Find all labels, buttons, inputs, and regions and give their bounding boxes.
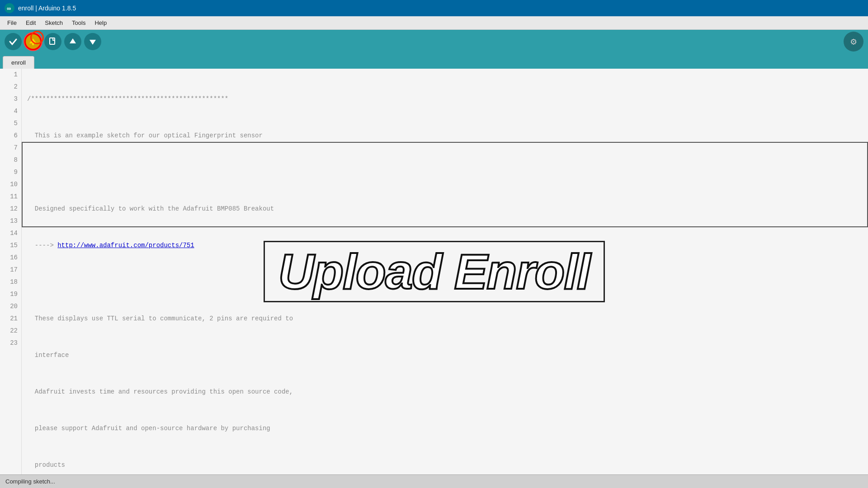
new-button[interactable] bbox=[44, 33, 61, 50]
save-button[interactable] bbox=[84, 33, 101, 50]
window-title: enroll | Arduino 1.8.5 bbox=[18, 5, 76, 12]
editor: 1 2 3 4 5 6 7 8 9 10 11 12 13 14 15 16 1… bbox=[0, 69, 868, 474]
code-line-10: please support Adafruit and open-source … bbox=[27, 422, 863, 435]
code-line-6 bbox=[27, 276, 863, 288]
line-11: 11 bbox=[0, 191, 18, 203]
code-line-1: /***************************************… bbox=[27, 93, 863, 105]
code-line-9: Adafruit invests time and resources prov… bbox=[27, 386, 863, 398]
line-18: 18 bbox=[0, 276, 18, 288]
open-button[interactable] bbox=[64, 33, 81, 50]
line-1: 1 bbox=[0, 69, 18, 81]
line-4: 4 bbox=[0, 105, 18, 117]
verify-button[interactable] bbox=[5, 33, 22, 50]
status-text: Compiling sketch... bbox=[5, 478, 55, 485]
upload-button[interactable] bbox=[24, 33, 42, 50]
code-line-2: This is an example sketch for our optica… bbox=[27, 130, 863, 142]
title-bar: ∞ enroll | Arduino 1.8.5 bbox=[0, 0, 868, 16]
toolbar: ⚙ bbox=[0, 30, 868, 53]
code-line-11: products bbox=[27, 459, 863, 471]
menu-tools[interactable]: Tools bbox=[67, 18, 90, 28]
code-line-4: Designed specifically to work with the A… bbox=[27, 203, 863, 215]
line-2: 2 bbox=[0, 81, 18, 93]
code-line-8: interface bbox=[27, 349, 863, 361]
line-3: 3 bbox=[0, 93, 18, 105]
code-line-5: ----> http://www.adafruit.com/products/7… bbox=[27, 239, 863, 252]
svg-rect-4 bbox=[50, 38, 55, 44]
line-16: 16 bbox=[0, 252, 18, 264]
menu-sketch[interactable]: Sketch bbox=[40, 18, 67, 28]
svg-marker-5 bbox=[70, 38, 76, 43]
status-bar: Compiling sketch... bbox=[0, 474, 868, 488]
line-17: 17 bbox=[0, 264, 18, 276]
line-20: 20 bbox=[0, 300, 18, 313]
code-area[interactable]: /***************************************… bbox=[22, 69, 868, 474]
menu-help[interactable]: Help bbox=[90, 18, 111, 28]
tab-bar: enroll bbox=[0, 53, 868, 69]
code-line-3 bbox=[27, 166, 863, 178]
gear-icon-1: ⚙ bbox=[844, 32, 863, 52]
line-23: 23 bbox=[0, 337, 18, 349]
line-9: 9 bbox=[0, 166, 18, 178]
line-12: 12 bbox=[0, 203, 18, 215]
tab-enroll[interactable]: enroll bbox=[3, 56, 34, 69]
svg-marker-6 bbox=[90, 40, 96, 45]
line-21: 21 bbox=[0, 313, 18, 325]
svg-marker-2 bbox=[29, 38, 37, 43]
menu-file[interactable]: File bbox=[3, 18, 21, 28]
line-8: 8 bbox=[0, 154, 18, 166]
line-15: 15 bbox=[0, 239, 18, 252]
line-5: 5 bbox=[0, 117, 18, 130]
svg-text:∞: ∞ bbox=[7, 5, 11, 12]
svg-rect-3 bbox=[32, 43, 34, 45]
line-numbers: 1 2 3 4 5 6 7 8 9 10 11 12 13 14 15 16 1… bbox=[0, 69, 22, 474]
line-13: 13 bbox=[0, 215, 18, 227]
arduino-logo: ∞ bbox=[5, 3, 14, 13]
line-6: 6 bbox=[0, 130, 18, 142]
line-22: 22 bbox=[0, 325, 18, 337]
menu-edit[interactable]: Edit bbox=[21, 18, 40, 28]
line-14: 14 bbox=[0, 227, 18, 239]
adafruit-link[interactable]: http://www.adafruit.com/products/751 bbox=[57, 242, 194, 249]
line-7: 7 bbox=[0, 142, 18, 154]
menu-bar: File Edit Sketch Tools Help bbox=[0, 16, 868, 30]
code-line-7: These displays use TTL serial to communi… bbox=[27, 313, 863, 325]
line-19: 19 bbox=[0, 288, 18, 300]
line-10: 10 bbox=[0, 178, 18, 191]
